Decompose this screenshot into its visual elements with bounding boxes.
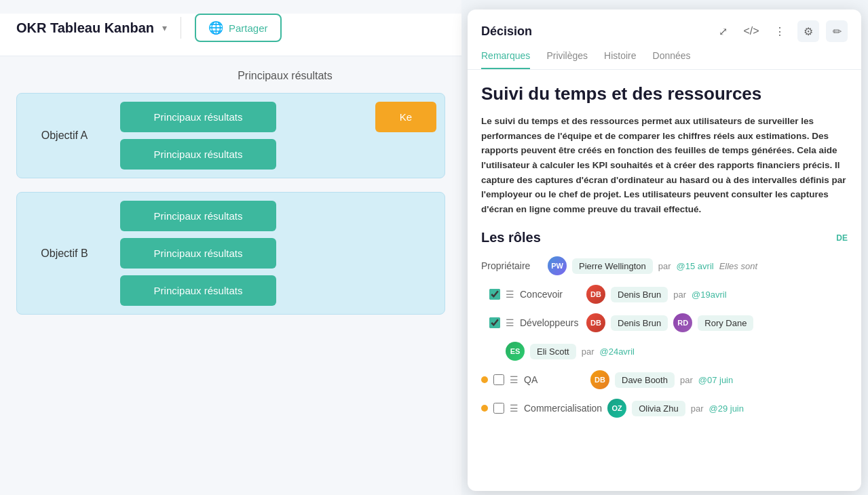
list-icon-marketing: ☰ bbox=[510, 403, 518, 414]
kanban-panel: OKR Tableau Kanban ▾ 🌐 Partager Principa… bbox=[0, 0, 461, 495]
result-btn-a2[interactable]: Principaux résultats bbox=[120, 139, 276, 170]
avatar-dave: DB bbox=[590, 370, 609, 389]
code-icon[interactable]: </> bbox=[740, 20, 762, 42]
par-text-owner: par bbox=[658, 261, 671, 271]
kanban-header: OKR Tableau Kanban ▾ 🌐 Partager bbox=[0, 14, 461, 56]
header-icons: ⤢ </> ⋮ ⚙ ✏ bbox=[712, 20, 848, 42]
decision-title: Décision bbox=[481, 24, 532, 39]
tab-donnees[interactable]: Données bbox=[653, 50, 691, 69]
list-icon-devs: ☰ bbox=[506, 317, 514, 328]
dot-orange-qa bbox=[481, 376, 488, 383]
avatar-denis-devs: DB bbox=[586, 313, 605, 332]
key-col-a: Ke bbox=[367, 94, 445, 178]
tab-remarques[interactable]: Remarques bbox=[481, 50, 530, 69]
globe-icon: 🌐 bbox=[208, 20, 223, 35]
role-label-marketing: Commercialisation bbox=[524, 403, 602, 414]
role-row-devs: ☰ Développeurs DB Denis Brun RD Rory Dan… bbox=[481, 313, 848, 332]
decision-body: Suivi du temps et des ressources Le suiv… bbox=[468, 70, 861, 491]
result-btn-b2[interactable]: Principaux résultats bbox=[120, 238, 276, 269]
date-design[interactable]: @19avril bbox=[692, 290, 727, 300]
par-text-qa: par bbox=[680, 375, 693, 385]
lang-badge: DE bbox=[836, 233, 848, 243]
date-devs[interactable]: @24avril bbox=[599, 346, 635, 357]
elles-text: Elles sont bbox=[719, 261, 757, 271]
roles-list: Propriétaire PW Pierre Wellington par @1… bbox=[481, 256, 848, 418]
par-text-devs: par bbox=[582, 346, 595, 357]
tab-privileges[interactable]: Privilèges bbox=[546, 50, 588, 69]
avatar-denis-design: DB bbox=[586, 285, 605, 304]
page-title: Suivi du temps et des ressources bbox=[481, 83, 848, 104]
result-btn-b1[interactable]: Principaux résultats bbox=[120, 201, 276, 231]
edit-icon[interactable]: ✏ bbox=[826, 20, 848, 42]
objective-b-results: Principaux résultats Principaux résultat… bbox=[112, 193, 445, 314]
name-chip-denis-devs: Denis Brun bbox=[611, 315, 668, 331]
objective-row-a: Objectif A Principaux résultats Principa… bbox=[16, 93, 445, 178]
checkbox-marketing[interactable] bbox=[493, 403, 504, 414]
kanban-body: Principaux résultats Objectif A Principa… bbox=[0, 56, 461, 495]
role-label-qa: QA bbox=[524, 374, 585, 385]
avatar-pierre: PW bbox=[548, 256, 567, 275]
objective-row-b: Objectif B Principaux résultats Principa… bbox=[16, 192, 445, 315]
role-label-devs: Développeurs bbox=[520, 317, 581, 328]
objective-b-label: Objectif B bbox=[17, 193, 112, 314]
share-button[interactable]: 🌐 Partager bbox=[195, 14, 282, 42]
tabs: Remarques Privilèges Histoire Données bbox=[468, 42, 861, 70]
decision-header: Décision ⤢ </> ⋮ ⚙ ✏ bbox=[468, 9, 861, 42]
list-icon-design: ☰ bbox=[506, 289, 514, 300]
role-row-design: ☰ Concevoir DB Denis Brun par @19avril bbox=[481, 285, 848, 304]
roles-section-header: Les rôles DE bbox=[481, 230, 848, 245]
result-btn-b3[interactable]: Principaux résultats bbox=[120, 275, 276, 306]
page-description: Le suivi du temps et des ressources perm… bbox=[481, 114, 848, 216]
expand-icon[interactable]: ⤢ bbox=[712, 20, 734, 42]
role-row-marketing: ☰ Commercialisation OZ Olivia Zhu par @2… bbox=[481, 399, 848, 418]
more-options-icon[interactable]: ⋮ bbox=[769, 20, 791, 42]
objective-a-label: Objectif A bbox=[17, 94, 112, 178]
par-text-marketing: par bbox=[691, 403, 704, 414]
key-result-a[interactable]: Ke bbox=[375, 102, 436, 132]
name-chip-denis-design: Denis Brun bbox=[611, 287, 668, 302]
date-owner[interactable]: @15 avril bbox=[677, 261, 714, 271]
avatar-olivia: OZ bbox=[607, 399, 626, 418]
filter-icon[interactable]: ⚙ bbox=[797, 20, 819, 42]
objective-a-results: Principaux résultats Principaux résultat… bbox=[112, 94, 367, 178]
tab-histoire[interactable]: Histoire bbox=[604, 50, 636, 69]
result-btn-a1[interactable]: Principaux résultats bbox=[120, 102, 276, 132]
name-chip-rory: Rory Dane bbox=[698, 315, 753, 331]
role-label-design: Concevoir bbox=[520, 289, 581, 300]
decision-panel: Décision ⤢ </> ⋮ ⚙ ✏ Remarques Privilège… bbox=[468, 9, 861, 491]
name-chip-dave: Dave Booth bbox=[615, 372, 675, 388]
list-icon-qa: ☰ bbox=[510, 374, 518, 385]
dot-orange-marketing bbox=[481, 405, 488, 412]
name-chip-olivia: Olivia Zhu bbox=[632, 401, 685, 416]
checkbox-design[interactable] bbox=[489, 289, 500, 300]
role-sub-eli: ES Eli Scott par @24avril bbox=[481, 342, 848, 361]
date-qa[interactable]: @07 juin bbox=[698, 375, 734, 385]
avatar-rory: RD bbox=[673, 313, 692, 332]
kanban-title: OKR Tableau Kanban bbox=[16, 20, 154, 36]
checkbox-devs[interactable] bbox=[489, 317, 500, 328]
share-label: Partager bbox=[229, 22, 268, 34]
column-header: Principaux résultats bbox=[16, 70, 445, 82]
date-marketing[interactable]: @29 juin bbox=[709, 403, 744, 414]
avatar-eli: ES bbox=[506, 342, 525, 361]
roles-section-title: Les rôles bbox=[481, 230, 541, 245]
role-row-qa: ☰ QA DB Dave Booth par @07 juin bbox=[481, 370, 848, 389]
checkbox-qa[interactable] bbox=[493, 374, 504, 385]
chevron-down-icon: ▾ bbox=[162, 22, 167, 33]
role-row-owner: Propriétaire PW Pierre Wellington par @1… bbox=[481, 256, 848, 275]
name-chip-eli: Eli Scott bbox=[530, 344, 576, 359]
par-text-design: par bbox=[673, 290, 686, 300]
role-label-owner: Propriétaire bbox=[481, 260, 542, 271]
header-divider bbox=[181, 17, 181, 39]
name-chip-pierre: Pierre Wellington bbox=[572, 258, 653, 274]
